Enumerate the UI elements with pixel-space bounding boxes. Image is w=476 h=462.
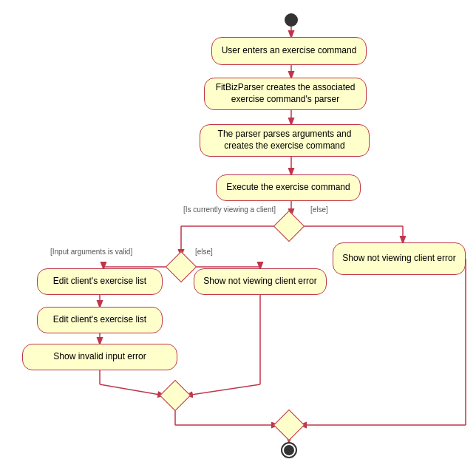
node-user-enters: User enters an exercise command bbox=[211, 37, 367, 65]
node-execute: Execute the exercise command bbox=[216, 174, 361, 201]
node-parser-parses: The parser parses arguments and creates … bbox=[200, 124, 370, 157]
label-viewing-client: [Is currently viewing a client] bbox=[183, 205, 276, 214]
end-node-inner bbox=[284, 445, 294, 455]
svg-line-18 bbox=[186, 384, 260, 395]
end-node bbox=[281, 442, 297, 458]
node-success-feedback: Show invalid input error bbox=[22, 344, 177, 370]
diagram-container: User enters an exercise command FitBizPa… bbox=[0, 0, 476, 462]
svg-line-16 bbox=[100, 384, 164, 395]
node-update-table: Edit client's exercise list bbox=[37, 307, 163, 333]
label-else-2: [else] bbox=[195, 248, 213, 256]
label-else-1: [else] bbox=[310, 205, 328, 214]
node-not-viewing-error: Show not viewing client error bbox=[333, 242, 466, 275]
diagram-svg bbox=[0, 0, 476, 462]
start-node bbox=[285, 13, 298, 27]
node-fitbizparser: FitBizParser creates the associated exer… bbox=[204, 78, 367, 110]
node-invalid-input-error: Show not viewing client error bbox=[194, 268, 327, 295]
node-edit-exercise-list: Edit client's exercise list bbox=[37, 268, 163, 295]
label-input-valid: [Input arguments is valid] bbox=[50, 248, 132, 256]
